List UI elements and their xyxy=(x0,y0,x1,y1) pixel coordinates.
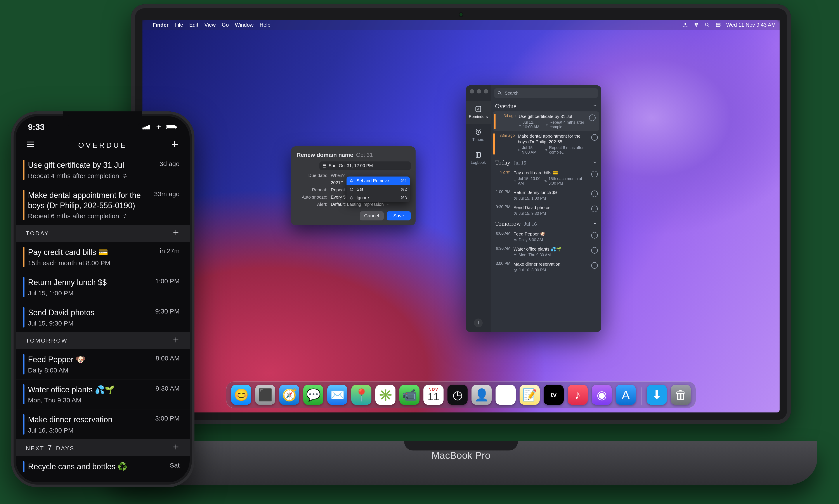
priority-bar xyxy=(23,277,24,297)
reminder-item[interactable]: Make dental appointment for the boys (Dr… xyxy=(16,185,190,225)
hamburger-menu-icon[interactable] xyxy=(26,140,35,150)
menubar-clock[interactable]: Wed 11 Nov 9:43 AM xyxy=(726,22,775,28)
menubar-item-file[interactable]: File xyxy=(175,22,183,28)
complete-ring[interactable] xyxy=(591,134,598,141)
reminder-item[interactable]: Make dinner reservation 3:00 PM Jul 16, … xyxy=(16,409,190,439)
complete-ring[interactable] xyxy=(591,171,598,177)
close-dot-icon[interactable] xyxy=(470,89,474,93)
chevron-down-icon[interactable] xyxy=(592,159,597,166)
iphone-screen[interactable]: 9:33 OVERDUE Use gift certificate by 31 … xyxy=(16,116,190,482)
menubar-item-view[interactable]: View xyxy=(204,22,216,28)
dock-app-facetime[interactable]: 📹 xyxy=(399,385,420,405)
cancel-button[interactable]: Cancel xyxy=(360,211,384,220)
clock-icon xyxy=(514,268,517,272)
reminder-item[interactable]: Recycle cans and bottles ♻️ Sat xyxy=(16,456,190,477)
reminder-item[interactable]: Use gift certificate by 31 Jul 3d ago Re… xyxy=(16,155,190,185)
dialog-date-hint[interactable]: Oct 31 xyxy=(356,151,373,158)
reminder-item[interactable]: Pay credit card bills 💳 in 27m 15th each… xyxy=(16,242,190,272)
reminder-row[interactable]: 9:30 PM Send David photos Jul 15, 9:30 P… xyxy=(491,202,601,218)
menubar-app-name[interactable]: Finder xyxy=(153,22,168,28)
add-reminder-icon[interactable] xyxy=(171,140,179,150)
dock-app-safari[interactable]: 🧭 xyxy=(279,385,299,405)
dock-app-maps[interactable]: 📍 xyxy=(351,385,371,405)
svg-rect-26 xyxy=(176,126,177,128)
dock-app-messages[interactable]: 💬 xyxy=(303,385,323,405)
action-menu-item[interactable]: Ignore ⌘3 xyxy=(346,194,410,202)
window-traffic-lights[interactable] xyxy=(470,89,488,93)
section-header[interactable]: Today Jul 15 xyxy=(491,157,601,168)
dock-app-appletv[interactable]: tv xyxy=(543,385,564,405)
dock-app-contacts[interactable]: 👤 xyxy=(471,385,492,405)
dock-app-reminders[interactable]: ✔︎ xyxy=(496,385,516,405)
macbook-base: MacBook Pro xyxy=(105,441,817,485)
save-button[interactable]: Save xyxy=(387,211,411,220)
reminder-row[interactable]: 33m ago Make dental appointment for the … xyxy=(491,131,601,157)
value-alert[interactable]: Default: Lasting Impression xyxy=(331,202,410,207)
dock-app-mail[interactable]: ✉️ xyxy=(327,385,347,405)
meta-text: Jul 15, 1:00 PM xyxy=(519,196,546,201)
reminder-row[interactable]: 1:00 PM Return Jenny lunch $$ Jul 15, 1:… xyxy=(491,187,601,202)
dock-app-calendar[interactable]: NOV11 xyxy=(424,385,444,405)
sidebar-tab-timers[interactable]: Timers xyxy=(466,124,491,147)
dock-app-appstore[interactable]: A xyxy=(616,385,636,405)
dock-app-due[interactable]: ◷ xyxy=(447,385,468,405)
spotlight-icon[interactable] xyxy=(704,22,710,28)
reminders-list[interactable]: Use gift certificate by 31 Jul 3d ago Re… xyxy=(16,155,190,482)
add-button[interactable]: + xyxy=(474,319,483,327)
dialog-title-row: Renew domain name Oct 31 xyxy=(291,146,415,158)
dock-app-music[interactable]: ♪ xyxy=(568,385,588,405)
section-header[interactable]: Tomorrow Jul 16 xyxy=(491,218,601,229)
zoom-dot-icon[interactable] xyxy=(484,89,488,93)
dock-app-notes[interactable]: 📝 xyxy=(520,385,540,405)
complete-ring[interactable] xyxy=(591,191,598,197)
menubar-item-window[interactable]: Window xyxy=(235,22,253,28)
dock-app-podcasts[interactable]: ◉ xyxy=(592,385,612,405)
dock-app-launchpad[interactable]: ⬛ xyxy=(255,385,275,405)
menubar-item-go[interactable]: Go xyxy=(222,22,229,28)
row-title: Water office plants 💦🌱 xyxy=(514,246,588,252)
action-menu-item[interactable]: Set and Remove ⌘1 xyxy=(346,177,410,185)
add-in-section-icon[interactable] xyxy=(172,443,180,452)
add-in-section-icon[interactable] xyxy=(172,336,180,345)
reminder-item[interactable]: Send David photos 9:30 PM Jul 15, 9:30 P… xyxy=(16,302,190,332)
section-header[interactable]: Overdue xyxy=(491,100,601,111)
control-center-icon[interactable] xyxy=(715,22,721,28)
complete-ring[interactable] xyxy=(591,247,598,254)
dock-app-finder[interactable]: 😊 xyxy=(231,385,251,405)
dock-app-downloads[interactable]: ⬇︎ xyxy=(647,385,667,405)
overdue-accent xyxy=(494,113,496,129)
complete-ring[interactable] xyxy=(591,232,598,238)
dialog-title[interactable]: Renew domain name xyxy=(297,151,353,158)
sidebar-tab-reminders[interactable]: Reminders xyxy=(466,101,491,124)
menubar-item-edit[interactable]: Edit xyxy=(189,22,198,28)
reminder-row[interactable]: 3d ago Use gift certificate by 31 Jul Ju… xyxy=(493,111,599,131)
meta-text: 15th each month at 8:00 PM xyxy=(549,177,588,186)
reminder-row[interactable]: in 27m Pay credit card bills 💳 Jul 15, 1… xyxy=(491,168,601,187)
add-in-section-icon[interactable] xyxy=(172,229,180,238)
reminder-item[interactable]: Water office plants 💦🌱 9:30 AM Mon, Thu … xyxy=(16,379,190,409)
reminder-item[interactable]: Return Jenny lunch $$ 1:00 PM Jul 15, 1:… xyxy=(16,272,190,302)
chevron-down-icon[interactable] xyxy=(592,220,597,227)
svg-point-23 xyxy=(158,128,159,129)
menubar-item-help[interactable]: Help xyxy=(260,22,270,28)
reminder-row[interactable]: 9:30 AM Water office plants 💦🌱 Mon, Thu … xyxy=(491,244,601,259)
row-title: Pay credit card bills 💳 xyxy=(514,170,588,176)
reminder-row[interactable]: 3:00 PM Make dinner reservation Jul 16, … xyxy=(491,259,601,274)
badge-check-icon xyxy=(475,105,482,113)
reminder-item[interactable]: Feed Pepper 🐶 8:00 AM Daily 8:00 AM xyxy=(16,349,190,379)
complete-ring[interactable] xyxy=(591,205,598,212)
macos-desktop[interactable]: Finder File Edit View Go Window Help Wed… xyxy=(142,20,780,412)
action-menu-item[interactable]: Set ⌘2 xyxy=(346,185,410,194)
dock-app-photos[interactable]: ✳️ xyxy=(375,385,395,405)
minimize-dot-icon[interactable] xyxy=(477,89,481,93)
user-switch-icon[interactable] xyxy=(682,22,688,28)
wifi-icon[interactable] xyxy=(694,22,699,28)
reminder-row[interactable]: 8:00 AM Feed Pepper 🐶 Daily 8:00 AM xyxy=(491,229,601,244)
chevron-down-icon[interactable] xyxy=(592,103,597,110)
dock-app-trash[interactable]: 🗑 xyxy=(671,385,691,405)
set-icon xyxy=(350,187,354,191)
complete-ring[interactable] xyxy=(591,262,598,269)
search-field[interactable]: Search xyxy=(494,88,598,98)
sidebar-tab-logbook[interactable]: Logbook xyxy=(466,147,491,170)
complete-ring[interactable] xyxy=(589,114,595,121)
